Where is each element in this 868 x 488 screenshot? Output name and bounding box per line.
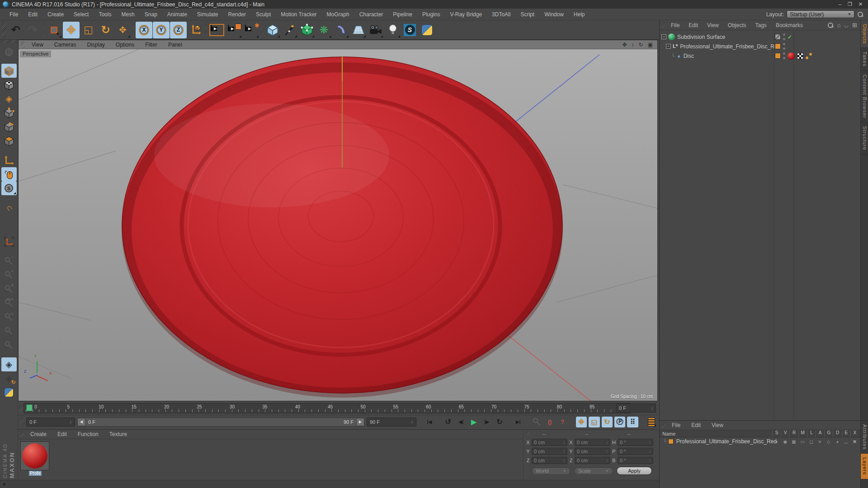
polygons-mode-button[interactable] <box>1 134 17 148</box>
toolbar-grip[interactable] <box>2 21 6 38</box>
menu-simulate[interactable]: Simulate <box>192 9 223 19</box>
menu-v-ray-bridge[interactable]: V-Ray Bridge <box>445 9 487 19</box>
om-menu-edit[interactable]: Edit <box>684 21 703 30</box>
coordinates-grip[interactable] <box>525 430 529 435</box>
material-tag-icon[interactable] <box>788 52 795 60</box>
add-primitive-button[interactable] <box>264 22 281 38</box>
expander-icon[interactable]: − <box>666 44 671 49</box>
record-button[interactable]: () <box>544 417 555 427</box>
light-button[interactable] <box>384 22 401 38</box>
keyframe-presets-button[interactable] <box>1 338 17 352</box>
record-psr-button[interactable]: PSR <box>1 296 17 310</box>
viewport-canvas[interactable]: Perspective Grid Spacing : 10 cm Y X Z <box>19 49 657 401</box>
pan-view-icon[interactable]: ✥ <box>623 42 627 48</box>
spinner-icon[interactable]: ↕ <box>563 458 566 463</box>
points-mode-button[interactable] <box>1 106 17 120</box>
enable-snap-button[interactable]: ∩ <box>1 201 17 215</box>
record-keyframe-button[interactable]: + <box>1 254 17 268</box>
visibility-dots[interactable] <box>783 52 785 59</box>
om-menu-bookmarks[interactable]: Bookmarks <box>771 21 807 30</box>
viewport-menu-panel[interactable]: Panel <box>163 40 188 49</box>
x-axis-lock-button[interactable]: X <box>136 22 152 38</box>
record-rotation-button[interactable]: R <box>1 282 17 296</box>
python-button[interactable] <box>419 22 435 38</box>
rotation-field-h[interactable]: 0 °↕ <box>618 439 653 446</box>
position-field-x[interactable]: 0 cm↕ <box>532 439 567 446</box>
toggle-view-icon[interactable]: ▣ <box>648 42 653 48</box>
viewport-menu-filter[interactable]: Filter <box>140 40 163 49</box>
rotate-tool-button[interactable]: ↻ <box>97 22 114 38</box>
spinner-icon[interactable]: ↕ <box>563 449 566 454</box>
material-menu-create[interactable]: Create <box>25 430 52 439</box>
menu-plugins[interactable]: Plugins <box>417 9 445 19</box>
transform-mode-dropdown[interactable]: Scale ▼ <box>574 467 613 475</box>
camera-button[interactable] <box>367 22 384 38</box>
add-icon[interactable]: ⊞ <box>852 22 857 28</box>
edges-mode-button[interactable] <box>1 120 17 134</box>
om-menu-file[interactable]: File <box>666 21 684 30</box>
xray-toggle-icon[interactable]: ✖ <box>850 439 859 444</box>
expressions-toggle-icon[interactable]: ◡ <box>842 439 850 444</box>
material-menu-edit[interactable]: Edit <box>52 430 72 439</box>
position-field-y[interactable]: 0 cm↕ <box>532 448 567 455</box>
transport-grip[interactable] <box>20 417 24 427</box>
menu-create[interactable]: Create <box>42 9 69 19</box>
eye-icon[interactable]: ◡ <box>844 22 849 28</box>
last-tool-button[interactable]: ✥ <box>114 22 131 38</box>
om-menu-objects[interactable]: Objects <box>723 21 751 30</box>
material-grip[interactable] <box>20 431 24 437</box>
layer-color-toggle[interactable] <box>775 43 781 49</box>
viewport-solo-button[interactable] <box>1 167 17 181</box>
layer-panel-grip[interactable] <box>661 422 665 428</box>
layout-dropdown[interactable]: Startup (User) ▼ <box>787 10 854 18</box>
spinner-icon[interactable]: ↕ <box>606 440 609 445</box>
keyframe-rotation-button[interactable]: ↻ <box>602 417 613 427</box>
menu-edit[interactable]: Edit <box>23 9 42 19</box>
render-toggle-icon[interactable]: ▦ <box>789 439 798 444</box>
menu-tools[interactable]: Tools <box>94 9 116 19</box>
home-icon[interactable]: ⌂ <box>837 22 841 28</box>
spinner-icon[interactable]: ↕ <box>411 419 413 424</box>
play-backwards-button[interactable]: ↺ <box>443 417 453 427</box>
previous-frame-button[interactable]: ◀( <box>456 417 467 427</box>
tab-attributes[interactable]: Attributes <box>861 421 868 454</box>
range-end-grip[interactable]: ▶ <box>356 418 364 426</box>
tab-layers[interactable]: Layers <box>861 454 868 479</box>
timeline-grip[interactable] <box>19 405 23 412</box>
om-menu-tags[interactable]: Tags <box>751 21 771 30</box>
end-frame-field[interactable]: 90 F ↕ <box>367 418 416 427</box>
camera-label[interactable]: Perspective <box>20 51 51 57</box>
tree-row-disc[interactable]: └ ▲ Disc <box>660 51 860 61</box>
autokey-help-button[interactable]: ? <box>557 417 568 427</box>
coordinate-system-dropdown[interactable]: World ▼ <box>532 467 571 475</box>
apply-button[interactable]: Apply <box>617 467 652 475</box>
workplane-mode-button[interactable]: ◈ <box>1 92 17 106</box>
spinner-icon[interactable]: ↕ <box>606 458 609 463</box>
align-workplane-button[interactable]: ◈↻ <box>1 371 17 385</box>
size-field-x[interactable]: 0 cm↕ <box>575 439 610 446</box>
make-editable-button[interactable]: ◍ <box>1 44 17 58</box>
orbit-view-icon[interactable]: ↻ <box>639 42 643 48</box>
menu-motion-tracker[interactable]: Motion Tracker <box>276 9 321 19</box>
viewport-menu-cameras[interactable]: Cameras <box>49 40 82 49</box>
generators-toggle-icon[interactable]: ◇ <box>824 439 833 444</box>
uvw-tag-icon[interactable] <box>797 53 803 59</box>
viewport-grip[interactable] <box>21 41 25 48</box>
close-button[interactable]: ✕ <box>859 1 863 7</box>
object-label[interactable]: Professional_Ultimate_Frisbee_Disc_Red <box>680 43 780 50</box>
phong-tag-icon[interactable] <box>806 53 812 59</box>
menu-window[interactable]: Window <box>539 9 569 19</box>
preview-range-slider[interactable]: ◀ 0 F 90 F ▶ <box>77 418 365 427</box>
key-options-button[interactable] <box>532 417 542 427</box>
play-button[interactable]: ▶ <box>468 417 479 427</box>
workplane-axis-button[interactable] <box>1 235 17 249</box>
scale-tool-button[interactable]: ◱ <box>80 22 97 38</box>
visibility-toggle-icon[interactable]: ◉ <box>781 439 789 444</box>
keyframe-scale-button[interactable]: ◱ <box>589 417 599 427</box>
mograph-button[interactable]: ❋ <box>316 22 332 38</box>
redo-button[interactable]: ↷ <box>24 22 41 38</box>
menu-select[interactable]: Select <box>69 9 94 19</box>
left-toolbar-grip[interactable] <box>0 40 18 43</box>
deformers-toggle-icon[interactable]: ◕ <box>833 439 841 444</box>
start-frame-field[interactable]: 0 F ↕ <box>26 418 75 427</box>
